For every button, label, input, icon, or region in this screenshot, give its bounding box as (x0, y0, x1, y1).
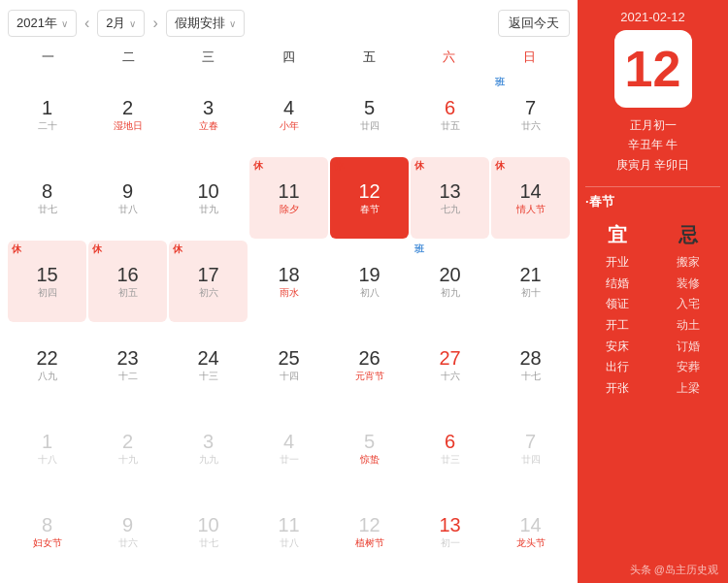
day-cell[interactable]: 10廿七 (169, 492, 248, 573)
day-cell[interactable]: 休14情人节 (491, 157, 570, 239)
day-sub: 初五 (118, 286, 138, 300)
return-today-button[interactable]: 返回今天 (498, 10, 570, 37)
day-cell[interactable]: 4小年 (249, 74, 328, 155)
day-number: 6 (445, 431, 455, 452)
day-cell[interactable]: 5惊蛰 (330, 408, 409, 490)
day-sub: 廿七 (38, 203, 57, 216)
day-cell[interactable]: 27十六 (411, 324, 489, 405)
watermark: 头条 @岛主历史观 (630, 563, 718, 577)
day-badge: 休 (414, 159, 424, 173)
day-sub: 元宵节 (355, 370, 384, 383)
day-cell[interactable]: 14龙头节 (491, 492, 570, 573)
day-cell[interactable]: 24十三 (169, 324, 248, 405)
day-sub: 十六 (441, 370, 460, 383)
ji-item-6: 安葬 (677, 357, 700, 378)
day-cell[interactable]: 班20初九 (411, 241, 489, 322)
day-sub: 廿八 (118, 203, 138, 216)
day-cell[interactable]: 3立春 (169, 74, 248, 155)
day-sub: 廿八 (280, 536, 299, 550)
day-cell[interactable]: 1十八 (8, 408, 86, 490)
ji-item-1: 搬家 (677, 252, 700, 274)
day-cell[interactable]: 26元宵节 (330, 324, 409, 405)
day-badge: 班 (414, 243, 424, 256)
day-cell[interactable]: 8廿七 (8, 157, 86, 239)
day-cell[interactable]: 休11除夕 (249, 157, 328, 239)
day-sub: 十四 (280, 370, 299, 383)
day-cell[interactable]: 28十七 (491, 324, 570, 405)
day-cell[interactable]: 休12春节 (330, 157, 409, 239)
weekday-mon: 一 (8, 45, 88, 70)
holiday-selector[interactable]: 假期安排 ∨ (166, 10, 245, 37)
day-cell[interactable]: 6廿三 (411, 408, 489, 490)
right-info-panel: 2021-02-12 12 正月初一 辛丑年 牛 庚寅月 辛卯日 ·春节 宜 开… (578, 0, 728, 583)
day-cell[interactable]: 3九九 (169, 408, 248, 490)
yi-item-4: 开工 (606, 315, 629, 337)
day-cell[interactable]: 休13七九 (411, 157, 489, 239)
yi-ji-section: 宜 开业 结婚 领证 开工 安床 出行 开张 忌 搬家 装修 入宅 动土 订婚 … (585, 222, 720, 399)
day-cell[interactable]: 8妇女节 (8, 492, 86, 573)
day-cell[interactable]: 1二十 (8, 74, 86, 155)
day-sub: 龙头节 (516, 536, 546, 550)
day-number: 22 (36, 347, 57, 369)
holiday-label: 假期安排 (175, 15, 225, 32)
day-sub: 廿七 (199, 536, 218, 550)
day-cell[interactable]: 休16初五 (88, 241, 167, 322)
day-cell[interactable]: 2湿地日 (88, 74, 167, 155)
day-number: 9 (122, 180, 133, 202)
day-number: 14 (519, 514, 541, 535)
day-sub: 妇女节 (33, 536, 62, 550)
day-cell[interactable]: 13初一 (411, 492, 489, 573)
month-selector[interactable]: 2月 ∨ (97, 10, 145, 37)
day-sub: 十八 (38, 453, 57, 467)
day-cell[interactable]: 休17初六 (169, 241, 248, 322)
yi-item-1: 开业 (606, 252, 629, 274)
day-number: 26 (358, 347, 380, 369)
day-cell[interactable]: 18雨水 (249, 241, 328, 322)
day-cell[interactable]: 9廿六 (88, 492, 167, 573)
next-month-button[interactable]: › (149, 13, 161, 34)
day-cell[interactable]: 12植树节 (330, 492, 409, 573)
day-cell[interactable]: 25十四 (249, 324, 328, 405)
big-day-box: 12 (614, 30, 692, 108)
day-cell[interactable]: 休15初四 (8, 241, 86, 322)
calendar-section: 2021年 ∨ ‹ 2月 ∨ › 假期安排 ∨ 返回今天 一 二 三 四 五 六… (0, 0, 578, 583)
day-number: 1 (42, 431, 52, 452)
day-sub: 廿一 (280, 453, 299, 467)
day-cell[interactable]: 4廿一 (249, 408, 328, 490)
weekday-thu: 四 (248, 45, 329, 70)
prev-month-button[interactable]: ‹ (81, 13, 93, 34)
day-cell[interactable]: 6廿五 (411, 74, 489, 155)
yi-item-2: 结婚 (606, 274, 629, 295)
day-cell[interactable]: 7廿四 (491, 408, 570, 490)
day-cell[interactable]: 9廿八 (88, 157, 167, 239)
day-cell[interactable]: 5廿四 (330, 74, 409, 155)
day-number: 5 (364, 431, 375, 452)
yi-title: 宜 (608, 222, 627, 248)
divider (585, 186, 720, 187)
day-cell[interactable]: 班7廿六 (491, 74, 570, 155)
day-cell[interactable]: 19初八 (330, 241, 409, 322)
day-number: 7 (525, 431, 536, 452)
day-sub: 雨水 (280, 286, 299, 300)
day-number: 14 (519, 180, 541, 202)
day-cell[interactable]: 21初十 (491, 241, 570, 322)
day-sub: 情人节 (516, 203, 546, 216)
month-dropdown-arrow: ∨ (129, 18, 136, 29)
day-sub: 小年 (280, 119, 299, 133)
day-number: 16 (116, 264, 138, 285)
calendar-grid: 1二十2湿地日3立春4小年5廿四6廿五班7廿六8廿七9廿八10廿九休11除夕休1… (8, 74, 570, 573)
day-sub: 廿三 (441, 453, 460, 467)
day-cell[interactable]: 10廿九 (169, 157, 248, 239)
day-cell[interactable]: 2十九 (88, 408, 167, 490)
day-cell[interactable]: 11廿八 (249, 492, 328, 573)
year-selector[interactable]: 2021年 ∨ (8, 10, 77, 37)
ji-column: 忌 搬家 装修 入宅 动土 订婚 安葬 上梁 (657, 222, 721, 399)
day-cell[interactable]: 23十二 (88, 324, 167, 405)
weekday-sun: 日 (489, 45, 570, 70)
year-label: 2021年 (17, 15, 57, 32)
day-sub: 二十 (38, 119, 57, 133)
day-number: 19 (358, 264, 380, 285)
day-sub: 九九 (199, 453, 218, 467)
day-cell[interactable]: 22八九 (8, 324, 86, 405)
ji-item-5: 订婚 (677, 337, 700, 358)
